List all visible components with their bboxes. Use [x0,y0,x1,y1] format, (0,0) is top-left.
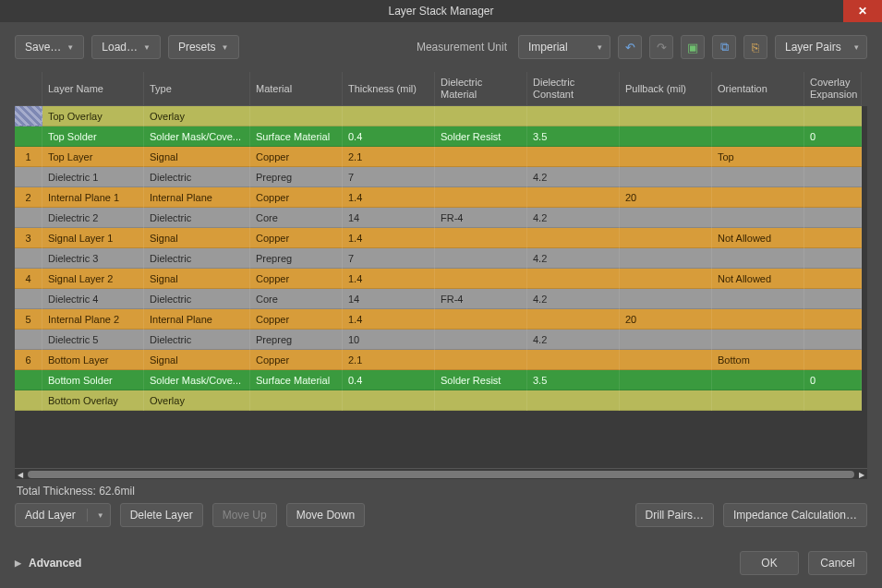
cell-material[interactable]: Copper [250,350,343,370]
cell-thickness[interactable]: 1.4 [343,187,435,208]
cell-orient[interactable] [712,187,804,208]
cell-type[interactable]: Signal [144,147,250,167]
cell-pullback[interactable] [620,167,712,187]
cell-orient[interactable] [712,126,804,147]
presets-button[interactable]: Presets ▼ [168,35,239,59]
cell-idx[interactable]: 1 [15,147,42,167]
cell-dconst[interactable] [527,350,620,370]
cell-idx[interactable]: 6 [15,350,42,370]
cell-idx[interactable] [15,248,42,269]
measurement-unit-select[interactable]: Imperial [518,35,610,59]
table-row[interactable]: Bottom OverlayOverlay [15,390,867,411]
cell-type[interactable]: Dielectric [144,330,250,350]
cell-pullback[interactable] [620,390,712,411]
cell-type[interactable]: Internal Plane [144,187,250,208]
cell-thickness[interactable]: 7 [343,167,435,187]
cell-pullback[interactable] [620,370,712,390]
col-index[interactable] [15,72,42,106]
cell-name[interactable]: Top Solder [42,126,144,147]
cell-thickness[interactable]: 7 [343,248,435,269]
col-dielectric-constant[interactable]: Dielectric Constant [527,72,620,106]
tool-button-3[interactable]: ⎘ [743,35,767,59]
cell-thickness[interactable]: 10 [343,330,435,350]
cell-name[interactable]: Dielectric 1 [42,167,144,187]
cell-dmat[interactable] [435,330,527,350]
cell-material[interactable] [250,106,343,126]
cell-pullback[interactable] [620,330,712,350]
cell-name[interactable]: Top Overlay [42,106,144,126]
cell-pullback[interactable] [620,350,712,370]
cell-cov[interactable] [804,309,862,330]
cell-cov[interactable] [804,167,862,187]
redo-button[interactable]: ↷ [649,35,673,59]
cell-material[interactable]: Core [250,289,343,309]
cell-type[interactable]: Dielectric [144,248,250,269]
cell-dconst[interactable]: 3.5 [527,370,620,390]
cell-orient[interactable]: Not Allowed [712,269,804,289]
cell-pullback[interactable] [620,269,712,289]
cell-cov[interactable] [804,248,862,269]
cell-thickness[interactable] [343,390,435,411]
cell-thickness[interactable]: 2.1 [343,147,435,167]
cell-dconst[interactable] [527,269,620,289]
cell-type[interactable]: Overlay [144,390,250,411]
cell-dconst[interactable]: 4.2 [527,289,620,309]
cell-dmat[interactable] [435,187,527,208]
col-coverlay-expansion[interactable]: Coverlay Expansion [804,72,862,106]
cell-pullback[interactable] [620,147,712,167]
cell-dconst[interactable]: 4.2 [527,208,620,228]
cell-pullback[interactable] [620,106,712,126]
table-row[interactable]: Dielectric 1DielectricPrepreg74.2 [15,167,867,187]
cell-thickness[interactable]: 1.4 [343,309,435,330]
cell-orient[interactable] [712,167,804,187]
cell-material[interactable]: Surface Material [250,370,343,390]
cell-material[interactable] [250,390,343,411]
cell-thickness[interactable]: 0.4 [343,370,435,390]
cell-cov[interactable] [804,208,862,228]
cell-dmat[interactable] [435,248,527,269]
cell-cov[interactable]: 0 [804,370,862,390]
scroll-left-icon[interactable]: ◀ [15,469,26,479]
cell-dconst[interactable] [527,187,620,208]
col-material[interactable]: Material [250,72,343,106]
cell-dmat[interactable] [435,167,527,187]
cell-dconst[interactable] [527,390,620,411]
table-row[interactable]: Dielectric 4DielectricCore14FR-44.2 [15,289,867,309]
cell-name[interactable]: Internal Plane 1 [42,187,144,208]
cell-idx[interactable] [15,208,42,228]
scroll-right-icon[interactable]: ▶ [856,469,867,479]
cell-pullback[interactable] [620,126,712,147]
cell-type[interactable]: Solder Mask/Cove... [144,370,250,390]
tool-button-2[interactable]: ⧉ [712,35,736,59]
cell-dmat[interactable] [435,350,527,370]
cell-thickness[interactable]: 14 [343,289,435,309]
table-row[interactable]: Top SolderSolder Mask/Cove...Surface Mat… [15,126,867,147]
cell-idx[interactable] [15,390,42,411]
cell-cov[interactable] [804,350,862,370]
cancel-button[interactable]: Cancel [808,551,867,575]
cell-dconst[interactable]: 4.2 [527,248,620,269]
cell-cov[interactable] [804,228,862,248]
table-row[interactable]: 1Top LayerSignalCopper2.1Top [15,147,867,167]
close-button[interactable]: ✕ [843,0,882,22]
cell-dmat[interactable] [435,106,527,126]
cell-type[interactable]: Signal [144,269,250,289]
col-pullback[interactable]: Pullback (mil) [620,72,712,106]
advanced-toggle[interactable]: Advanced [29,557,81,570]
cell-type[interactable]: Dielectric [144,289,250,309]
cell-thickness[interactable]: 2.1 [343,350,435,370]
cell-material[interactable]: Copper [250,269,343,289]
cell-type[interactable]: Signal [144,350,250,370]
cell-dconst[interactable] [527,228,620,248]
cell-type[interactable]: Internal Plane [144,309,250,330]
cell-orient[interactable] [712,330,804,350]
table-row[interactable]: Bottom SolderSolder Mask/Cove...Surface … [15,370,867,390]
cell-dmat[interactable] [435,147,527,167]
cell-dconst[interactable]: 4.2 [527,330,620,350]
cell-name[interactable]: Dielectric 4 [42,289,144,309]
cell-dconst[interactable] [527,147,620,167]
cell-orient[interactable] [712,248,804,269]
cell-material[interactable]: Copper [250,228,343,248]
cell-type[interactable]: Dielectric [144,167,250,187]
cell-name[interactable]: Bottom Layer [42,350,144,370]
